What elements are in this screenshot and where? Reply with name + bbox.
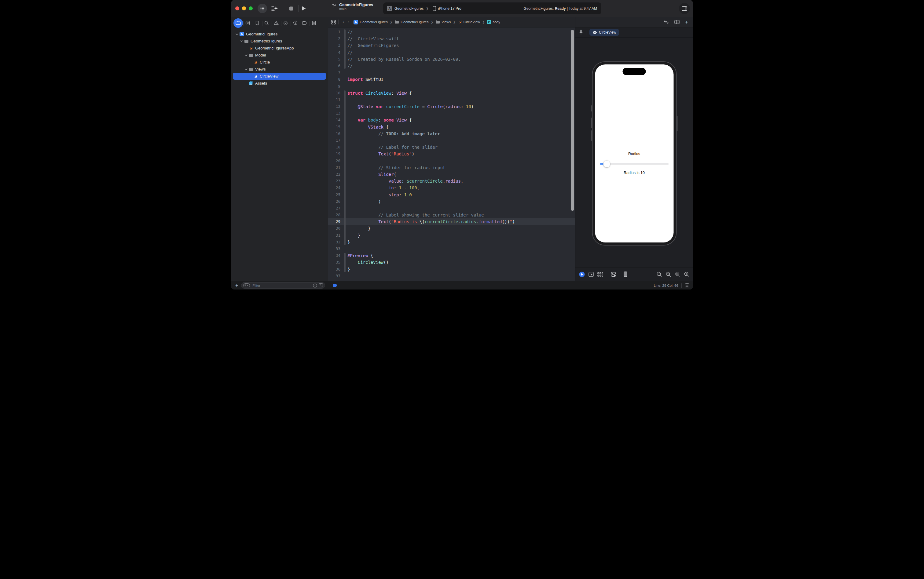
navigator-tab-find[interactable]: [262, 18, 271, 28]
line-number[interactable]: 7: [328, 69, 343, 76]
navigator-tab-debug[interactable]: [290, 18, 300, 28]
filter-field[interactable]: [241, 282, 325, 289]
zoom-100-icon[interactable]: [666, 272, 671, 277]
line-number[interactable]: 34: [328, 252, 343, 259]
disclosure-chevron-icon[interactable]: [235, 33, 239, 35]
radius-slider[interactable]: [600, 160, 668, 167]
breakpoints-toggle-button[interactable]: [333, 283, 337, 287]
code-line-18[interactable]: 18 // Label for the slider: [328, 144, 575, 150]
disclosure-chevron-icon[interactable]: [244, 69, 248, 70]
breadcrumb-item-circleview[interactable]: CircleView: [458, 20, 480, 24]
related-items-icon[interactable]: [331, 20, 336, 25]
code-line-19[interactable]: 19 Text("Radius"): [328, 150, 575, 157]
navigator-tab-reports[interactable]: [309, 18, 319, 28]
slider-track[interactable]: [600, 164, 668, 165]
line-number[interactable]: 33: [328, 245, 343, 252]
sidebar-item-model[interactable]: Model: [231, 52, 328, 59]
navigator-tab-bookmarks[interactable]: [252, 18, 262, 28]
zoom-out-icon[interactable]: [657, 272, 662, 277]
line-number[interactable]: 18: [328, 144, 343, 150]
code-line-8[interactable]: 8import SwiftUI: [328, 76, 575, 83]
zoom-in-icon[interactable]: [684, 272, 689, 277]
navigator-toggle-button[interactable]: [257, 4, 267, 13]
line-number[interactable]: 36: [328, 266, 343, 273]
code-line-10[interactable]: 10struct CircleView: View {: [328, 90, 575, 96]
pin-icon[interactable]: [579, 29, 583, 35]
line-number[interactable]: 37: [328, 273, 343, 280]
code-line-35[interactable]: 35 CircleView(): [328, 259, 575, 266]
code-line-11[interactable]: 11: [328, 96, 575, 103]
line-number[interactable]: 6: [328, 62, 343, 69]
minimize-button[interactable]: [242, 7, 246, 10]
code-line-23[interactable]: 23 value: $currentCircle.radius,: [328, 178, 575, 185]
breadcrumb-item-body[interactable]: Pbody: [487, 20, 500, 24]
line-number[interactable]: 31: [328, 232, 343, 239]
line-number[interactable]: 25: [328, 191, 343, 198]
line-number[interactable]: 32: [328, 239, 343, 245]
code-line-22[interactable]: 22 Slider(: [328, 171, 575, 178]
code-line-26[interactable]: 26 ): [328, 198, 575, 205]
run-destination-selector[interactable]: iPhone 17 Pro: [433, 6, 461, 11]
code-line-24[interactable]: 24 in: 1...100,: [328, 185, 575, 191]
line-number[interactable]: 12: [328, 103, 343, 110]
line-number[interactable]: 4: [328, 49, 343, 56]
sidebar-item-geometricfigures[interactable]: GeometricFigures: [231, 31, 328, 38]
code-line-4[interactable]: 4//: [328, 49, 575, 56]
line-number[interactable]: 23: [328, 178, 343, 185]
code-line-6[interactable]: 6//: [328, 62, 575, 69]
sidebar-item-circle[interactable]: Circle: [231, 59, 328, 65]
zoom-fit-icon[interactable]: [675, 272, 680, 277]
code-line-17[interactable]: 17: [328, 137, 575, 144]
zoom-button[interactable]: [249, 7, 253, 10]
code-line-33[interactable]: 33: [328, 245, 575, 252]
line-number[interactable]: 3: [328, 42, 343, 49]
intelligence-button[interactable]: [271, 5, 278, 11]
debug-area-toggle-icon[interactable]: [685, 283, 689, 287]
sidebar-item-geometricfiguresapp[interactable]: GeometricFiguresApp: [231, 44, 328, 52]
line-number[interactable]: 29: [328, 218, 343, 225]
live-preview-button[interactable]: [579, 272, 585, 277]
line-number[interactable]: 14: [328, 117, 343, 123]
line-number[interactable]: 8: [328, 76, 343, 83]
line-number[interactable]: 2: [328, 36, 343, 42]
line-number[interactable]: 1: [328, 29, 343, 36]
line-number[interactable]: 10: [328, 90, 343, 96]
code-line-14[interactable]: 14 var body: some View {: [328, 117, 575, 123]
code-line-15[interactable]: 15 VStack {: [328, 124, 575, 131]
run-button[interactable]: [301, 6, 306, 11]
slider-thumb[interactable]: [603, 160, 610, 167]
code-line-31[interactable]: 31 }: [328, 232, 575, 239]
line-number[interactable]: 27: [328, 205, 343, 212]
code-line-36[interactable]: 36}: [328, 266, 575, 273]
navigator-tab-source-control[interactable]: [243, 18, 252, 28]
line-number[interactable]: 11: [328, 96, 343, 103]
code-line-28[interactable]: 28 // Label showing the current slider v…: [328, 212, 575, 218]
project-title-block[interactable]: GeometricFigures main: [332, 2, 373, 11]
scheme-selector[interactable]: A GeometricFigures ❯: [383, 6, 431, 11]
sidebar-item-assets[interactable]: Assets: [231, 80, 328, 87]
line-number[interactable]: 16: [328, 131, 343, 137]
code-line-34[interactable]: 34#Preview {: [328, 252, 575, 259]
code-line-5[interactable]: 5// Created by Russell Gordon on 2026-02…: [328, 56, 575, 62]
editor-options-icon[interactable]: [674, 20, 680, 24]
filter-input[interactable]: [252, 283, 312, 288]
disclosure-chevron-icon[interactable]: [244, 54, 248, 56]
disclosure-chevron-icon[interactable]: [239, 40, 244, 42]
code-line-3[interactable]: 3// GeometricFigures: [328, 42, 575, 49]
code-line-7[interactable]: 7: [328, 69, 575, 76]
preview-target-pill[interactable]: CircleView: [590, 29, 619, 36]
add-editor-icon[interactable]: +: [685, 20, 688, 25]
editor-compare-icon[interactable]: [664, 20, 669, 24]
line-number[interactable]: 17: [328, 137, 343, 144]
code-line-16[interactable]: 16 // TODO: Add image later: [328, 131, 575, 137]
editor-scrollbar[interactable]: [571, 30, 574, 211]
code-line-1[interactable]: 1//: [328, 29, 575, 36]
add-item-button[interactable]: +: [235, 283, 238, 288]
navigator-tab-tests[interactable]: [281, 18, 290, 28]
code-line-30[interactable]: 30 }: [328, 225, 575, 232]
line-number[interactable]: 24: [328, 185, 343, 191]
navigator-tab-issues[interactable]: [271, 18, 281, 28]
code-line-37[interactable]: 37: [328, 273, 575, 280]
sidebar-item-circleview[interactable]: CircleView: [233, 73, 326, 80]
inspector-toggle-button[interactable]: [679, 3, 690, 14]
